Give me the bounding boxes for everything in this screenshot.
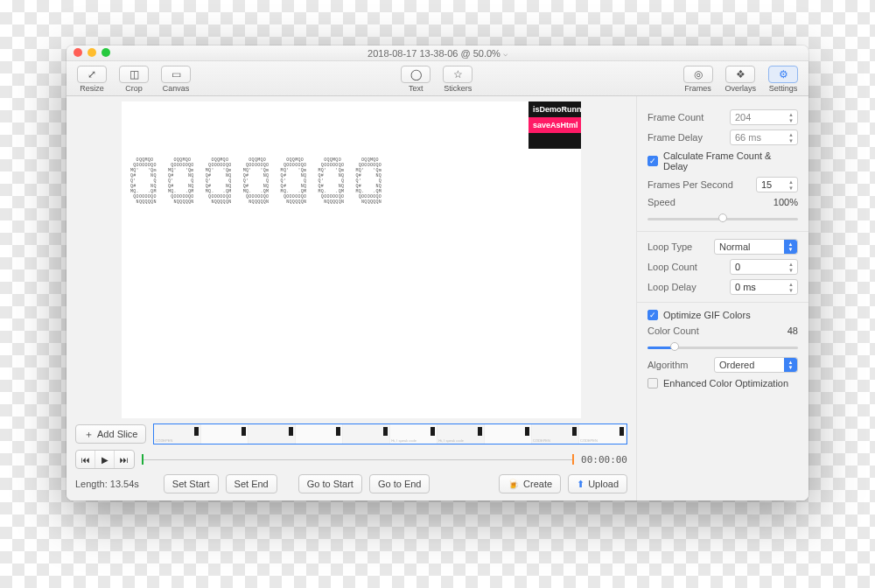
star-icon: ☆ (453, 68, 463, 80)
timeline-frame[interactable]: CODEPEN (532, 424, 579, 444)
speed-value: 100% (774, 197, 798, 207)
frame-count-field[interactable]: 204 ▲▼ (730, 109, 798, 125)
window-title: 2018-08-17 13-38-06 @ 50.0% (368, 48, 500, 59)
stepper-icon[interactable]: ▲▼ (786, 111, 796, 123)
prev-frame-button[interactable]: ⏮ (76, 451, 95, 468)
chevron-down-icon[interactable]: ⌵ (503, 49, 508, 58)
timeline-frame[interactable]: CODEPEN (154, 424, 201, 444)
titlebar[interactable]: 2018-08-17 13-38-06 @ 50.0% ⌵ (66, 46, 808, 61)
app-window: 2018-08-17 13-38-06 @ 50.0% ⌵ ⤢ Resize ◫… (66, 46, 808, 500)
settings-pane: Frame Count 204 ▲▼ Frame Delay 66 ms ▲▼ … (637, 96, 808, 500)
calc-label: Calculate Frame Count & Delay (663, 150, 798, 172)
minimize-icon[interactable] (88, 48, 96, 57)
loop-delay-label: Loop Delay (648, 282, 696, 292)
upload-button[interactable]: ⬆ Upload (568, 474, 627, 494)
timeline-frame[interactable] (343, 424, 390, 444)
overlay-badges: isDemoRunn saveAsHtml (528, 102, 581, 149)
speed-slider[interactable] (648, 212, 798, 224)
beer-icon: 🍺 (508, 479, 520, 490)
zoom-icon[interactable] (102, 48, 110, 57)
speed-label: Speed (648, 197, 676, 207)
timeline-frame[interactable] (201, 424, 248, 444)
frames-button[interactable]: ◎ Frames (680, 64, 717, 94)
set-start-button[interactable]: Set Start (164, 474, 219, 494)
canvas-icon: ▭ (172, 68, 181, 80)
text-icon: ◯ (410, 68, 422, 80)
loop-count-field[interactable]: 0 ▲▼ (730, 259, 798, 275)
timeline-frame[interactable] (485, 424, 532, 444)
enhanced-checkbox[interactable] (648, 378, 658, 388)
stickers-button[interactable]: ☆ Stickers (439, 64, 476, 94)
fps-field[interactable]: 15 ▲▼ (756, 177, 798, 192)
close-icon[interactable] (74, 48, 82, 57)
color-count-value: 48 (788, 326, 798, 336)
timeline-frame[interactable]: CODEPEN (579, 424, 626, 444)
timeline-frame[interactable] (296, 424, 343, 444)
badge-saveashtml: saveAsHtml (528, 117, 581, 133)
frames-icon: ◎ (694, 68, 703, 80)
length-label: Length: 13.54s (75, 479, 139, 489)
algorithm-select[interactable]: Ordered ▲▼ (714, 357, 798, 373)
canvas-button[interactable]: ▭ Canvas (158, 64, 194, 94)
color-slider[interactable] (648, 340, 798, 353)
editor-pane: isDemoRunn saveAsHtml OQQMQO OQQMQO OQQM… (66, 96, 637, 500)
resize-button[interactable]: ⤢ Resize (74, 64, 110, 94)
toolbar: ⤢ Resize ◫ Crop ▭ Canvas ◯ Text ☆ Sticke… (66, 61, 808, 96)
timeline-frame[interactable]: Hi, I speak code (438, 424, 485, 444)
fps-label: Frames Per Second (648, 179, 733, 190)
playhead-start[interactable] (142, 454, 144, 465)
plus-icon: ＋ (84, 428, 94, 441)
frame-delay-label: Frame Delay (648, 132, 703, 143)
crop-button[interactable]: ◫ Crop (116, 64, 152, 94)
create-button[interactable]: 🍺 Create (499, 474, 561, 494)
go-to-start-button[interactable]: Go to Start (298, 474, 362, 494)
select-arrows-icon: ▲▼ (784, 358, 797, 372)
stepper-icon[interactable]: ▲▼ (786, 131, 796, 144)
loop-count-label: Loop Count (648, 262, 697, 272)
gear-icon: ⚙ (779, 68, 788, 80)
loop-delay-field[interactable]: 0 ms ▲▼ (730, 279, 798, 295)
set-end-button[interactable]: Set End (226, 474, 277, 494)
upload-icon: ⬆ (577, 479, 584, 490)
preview-canvas[interactable]: isDemoRunn saveAsHtml OQQMQO OQQMQO OQQM… (122, 102, 581, 418)
optimize-label: Optimize GIF Colors (663, 310, 751, 320)
timeline-frame[interactable]: Hi, I speak code (390, 424, 438, 444)
crop-icon: ◫ (130, 68, 139, 80)
loop-type-label: Loop Type (648, 242, 692, 252)
overlays-button[interactable]: ❖ Overlays (722, 64, 760, 94)
stepper-icon[interactable]: ▲▼ (786, 261, 796, 273)
stepper-icon[interactable]: ▲▼ (786, 281, 796, 293)
layers-icon: ❖ (736, 68, 746, 80)
play-button[interactable]: ▶ (95, 451, 115, 468)
settings-button[interactable]: ⚙ Settings (765, 64, 802, 94)
stepper-icon[interactable]: ▲▼ (786, 178, 796, 191)
calc-checkbox[interactable]: ✓ (648, 156, 658, 166)
go-to-end-button[interactable]: Go to End (369, 474, 430, 494)
resize-icon: ⤢ (88, 68, 96, 80)
playhead-end[interactable] (572, 454, 574, 465)
next-frame-button[interactable]: ⏭ (115, 451, 134, 468)
text-button[interactable]: ◯ Text (397, 64, 434, 94)
select-arrows-icon: ▲▼ (784, 240, 797, 254)
timecode: 00:00:00 (581, 454, 627, 466)
add-slice-button[interactable]: ＋ Add Slice (75, 424, 146, 444)
enhanced-label: Enhanced Color Optimization (663, 378, 788, 388)
frames-timeline[interactable]: CODEPENHi, I speak codeHi, I speak codeC… (153, 424, 627, 444)
color-count-label: Color Count (648, 326, 699, 336)
algorithm-label: Algorithm (648, 360, 688, 370)
timeline-frame[interactable] (248, 424, 296, 444)
loop-type-select[interactable]: Normal ▲▼ (714, 239, 798, 255)
frame-delay-field[interactable]: 66 ms ▲▼ (730, 130, 798, 145)
optimize-checkbox[interactable]: ✓ (648, 310, 658, 320)
frame-count-label: Frame Count (648, 112, 704, 122)
traffic-lights[interactable] (74, 48, 110, 57)
badge-isdemorunning: isDemoRunn (528, 102, 581, 117)
ascii-art: OQQMQO OQQMQO OQQMQO OQQMQO OQQMQO OQQMQ… (130, 158, 577, 210)
scrub-bar[interactable] (142, 451, 574, 468)
playback-controls: ⏮ ▶ ⏭ (75, 450, 135, 469)
